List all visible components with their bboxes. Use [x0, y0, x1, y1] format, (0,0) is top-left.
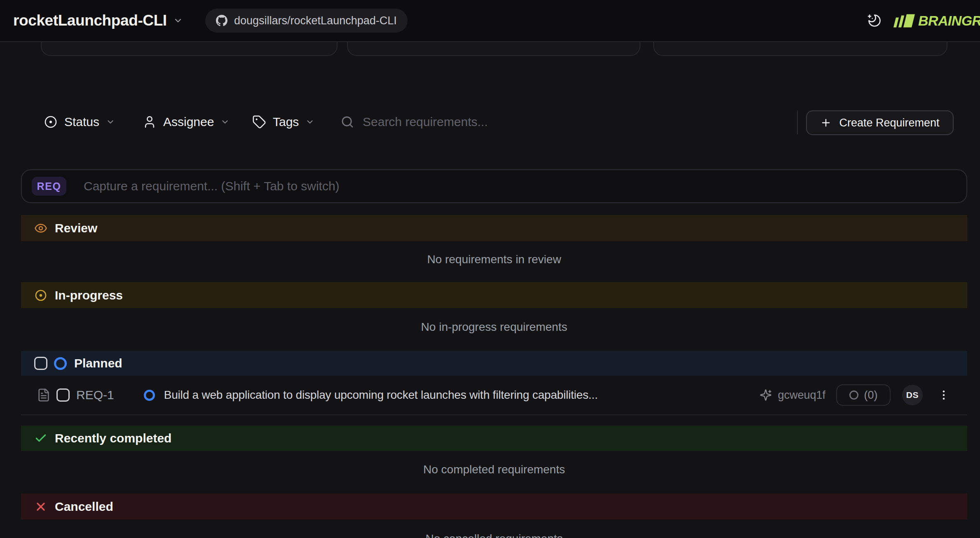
top-navbar: rocketLaunchpad-CLI dougsillars/rocketLa…	[0, 0, 980, 42]
requirement-id: REQ-1	[76, 388, 114, 402]
req-badge: REQ	[32, 177, 66, 196]
eye-icon	[34, 222, 47, 235]
create-requirement-button[interactable]: Create Requirement	[806, 110, 954, 135]
empty-state-completed: No completed requirements	[21, 463, 967, 476]
requirement-row[interactable]: REQ-1 Build a web application to display…	[21, 376, 967, 415]
status-filter-label: Status	[64, 115, 99, 129]
check-icon	[34, 432, 47, 445]
chevron-down-icon	[305, 117, 314, 126]
github-icon	[216, 15, 227, 26]
subtask-count-pill[interactable]: (0)	[836, 384, 891, 406]
plus-icon	[820, 117, 832, 129]
search-input[interactable]: Search requirements...	[340, 106, 488, 138]
braingrid-logo-text: BRAINGRID	[918, 13, 980, 29]
section-header-cancelled[interactable]: Cancelled	[21, 494, 967, 519]
empty-state-review: No requirements in review	[21, 253, 967, 266]
assignee-filter-label: Assignee	[163, 115, 214, 129]
status-icon-planned	[144, 390, 155, 401]
file-text-icon	[37, 388, 51, 402]
braingrid-logo-mark	[893, 14, 915, 27]
select-all-checkbox[interactable]	[34, 357, 47, 370]
capture-requirement-input[interactable]: REQ Capture a requirement... (Shift + Ta…	[21, 169, 967, 203]
avatar[interactable]: DS	[902, 385, 923, 405]
capture-placeholder: Capture a requirement... (Shift + Tab to…	[84, 179, 340, 193]
chevron-down-icon[interactable]	[173, 16, 183, 26]
search-icon	[340, 115, 354, 129]
section-label: Cancelled	[55, 500, 113, 514]
divider	[797, 110, 798, 134]
subtask-count: (0)	[864, 389, 878, 402]
section-label: Planned	[74, 356, 122, 370]
user-icon	[143, 115, 157, 129]
empty-state-in-progress: No in-progress requirements	[21, 320, 967, 334]
circle-dot-icon	[44, 115, 58, 129]
section-header-completed[interactable]: Recently completed	[21, 426, 967, 451]
section-header-review[interactable]: Review	[21, 215, 967, 241]
x-icon	[34, 500, 47, 513]
braingrid-logo: BRAINGRID	[895, 13, 980, 29]
section-header-planned[interactable]: Planned	[21, 351, 967, 376]
chevron-down-icon	[106, 117, 115, 126]
requirement-title[interactable]: Build a web application to display upcom…	[164, 388, 598, 402]
tags-filter[interactable]: Tags	[252, 106, 314, 138]
circle-dot-icon	[34, 289, 47, 302]
repo-name: dougsillars/rocketLaunchpad-CLI	[234, 14, 397, 27]
tags-filter-label: Tags	[273, 115, 299, 129]
ellipsis-vertical-icon[interactable]	[938, 389, 950, 401]
search-placeholder: Search requirements...	[363, 115, 488, 129]
planned-status-icon	[54, 357, 67, 370]
repo-badge[interactable]: dougsillars/rocketLaunchpad-CLI	[205, 9, 408, 33]
sparkles-icon	[760, 389, 772, 401]
project-title: rocketLaunchpad-CLI	[13, 12, 167, 29]
requirement-checkbox[interactable]	[56, 388, 70, 402]
requirement-ref: gcweuq1f	[778, 389, 825, 402]
section-label: Recently completed	[55, 431, 171, 445]
circle-icon	[849, 391, 858, 400]
assignee-filter[interactable]: Assignee	[143, 106, 230, 138]
theme-toggle-icon[interactable]	[867, 13, 882, 28]
empty-state-cancelled: No cancelled requirements	[21, 532, 967, 538]
section-label: Review	[55, 221, 97, 235]
section-label: In-progress	[55, 288, 123, 302]
chevron-down-icon	[220, 117, 230, 126]
section-header-in-progress[interactable]: In-progress	[21, 282, 967, 308]
status-filter[interactable]: Status	[44, 106, 115, 138]
tag-icon	[252, 115, 266, 129]
